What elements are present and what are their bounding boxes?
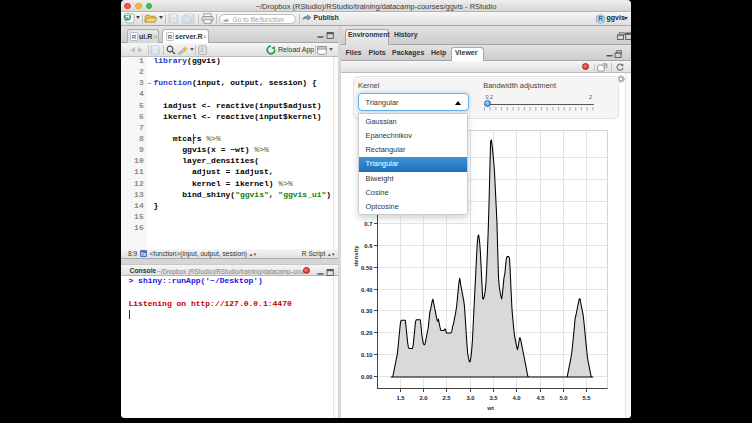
- svg-text:0.20: 0.20: [361, 330, 373, 336]
- svg-text:3.0: 3.0: [466, 395, 475, 401]
- svg-text:4.5: 4.5: [536, 395, 545, 401]
- svg-text:density: density: [353, 245, 359, 267]
- svg-text:R: R: [131, 34, 136, 40]
- svg-text:0.30: 0.30: [361, 308, 373, 314]
- svg-text:R: R: [125, 13, 130, 20]
- svg-text:2.0: 2.0: [419, 395, 428, 401]
- svg-text:R: R: [598, 15, 603, 22]
- svg-text:0.7: 0.7: [364, 221, 373, 227]
- svg-text:5.5: 5.5: [582, 395, 591, 401]
- svg-text:0.10: 0.10: [361, 352, 373, 358]
- svg-text:4.0: 4.0: [512, 395, 521, 401]
- svg-text:0.00: 0.00: [361, 374, 373, 380]
- svg-text:5.0: 5.0: [559, 395, 568, 401]
- svg-text:2.5: 2.5: [442, 395, 451, 401]
- svg-text:0.50: 0.50: [361, 265, 373, 271]
- svg-text:R: R: [167, 34, 172, 40]
- svg-text:1.5: 1.5: [396, 395, 405, 401]
- svg-text:3.5: 3.5: [489, 395, 498, 401]
- svg-text:0.6: 0.6: [364, 243, 373, 249]
- svg-text:wt: wt: [486, 405, 494, 411]
- svg-text:0.40: 0.40: [361, 287, 373, 293]
